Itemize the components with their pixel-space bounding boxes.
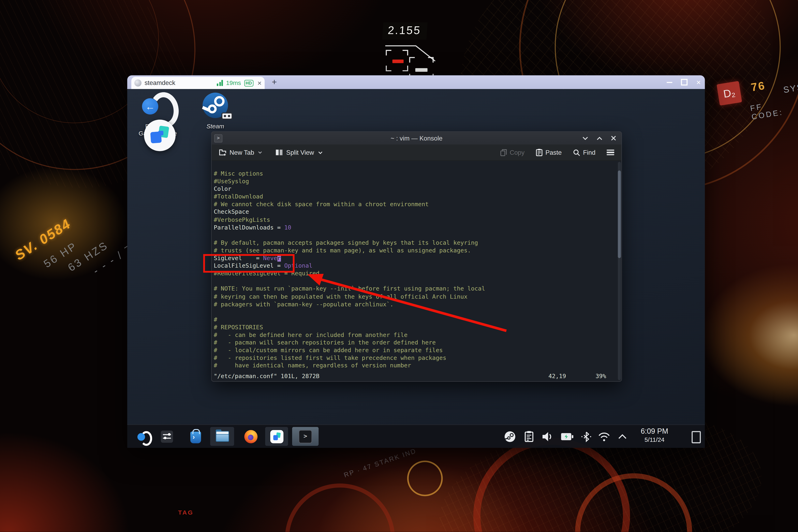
copy-button[interactable]: Copy [500,149,525,156]
todesk-icon [270,430,283,443]
tray-wifi[interactable] [597,425,611,448]
folder-icon [215,431,229,442]
terminal-line: # - repositories listed first will take … [214,355,615,362]
hud-stark-label: RP · 47 STARK IND [343,447,417,479]
terminal-line: Color [214,185,615,193]
battery-icon [560,432,573,441]
hud-left-stats: SV. 0584 56 HP 63 HZS - - - / 75 [12,191,141,308]
taskbar-app-launcher[interactable] [134,427,153,446]
clipboard-icon [524,431,534,442]
new-tab-button[interactable]: New Tab [219,149,262,156]
left-arrow-icon: ← [145,101,155,111]
taskbar-firefox[interactable] [241,427,261,446]
signal-strength-icon [217,80,223,86]
hud-red-bar [392,60,403,63]
find-label: Find [583,149,595,156]
maximize-icon[interactable] [596,136,603,140]
paste-button[interactable]: Paste [536,149,562,156]
terminal-line: #RemoteFileSigLevel = Required [214,270,615,278]
terminal-scrollbar[interactable] [618,162,621,380]
hud-bracket-box [386,50,408,71]
split-view-button[interactable]: Split View [276,149,323,156]
konsole-icon: > [299,430,312,443]
terminal-line: #VerbosePkgLists [214,216,615,224]
terminal-line: # - local/custom mirrors can be added he… [214,347,615,355]
paste-label: Paste [545,149,562,156]
terminal-line: # We cannot check disk space from within… [214,201,615,208]
konsole-toolbar: New Tab Split View [212,145,622,161]
hud-gauge-value: 2.155 [382,22,428,40]
terminal-line: # keyring can then be populated with the… [214,293,615,301]
terminal-line [214,308,615,316]
terminal-line [214,278,615,285]
remote-window-controls: × [667,75,701,89]
latency-value: 19ms [226,79,241,87]
vim-status-line: "/etc/pacman.conf" 101L, 2872B 42,19 39% [214,373,615,380]
taskbar-discover[interactable]: › [186,427,205,446]
terminal-area[interactable]: # Misc options#UseSyslogColor#TotalDownl… [212,161,622,381]
terminal-line [214,231,615,239]
wifi-icon [597,431,611,441]
firefox-icon [244,430,258,443]
terminal-line: CheckSpace [214,208,615,216]
terminal-line: # NOTE: You must run `pacman-key --init`… [214,285,615,293]
terminal-line: # REPOSITORIES [214,324,615,331]
menu-icon[interactable] [607,150,614,155]
maximize-icon[interactable] [681,79,688,86]
taskbar-konsole-active[interactable]: > [292,427,319,446]
bluetooth-icon [581,431,592,442]
desktop-icon-steam[interactable]: Steam [190,92,241,130]
tab-close-icon[interactable]: × [258,79,262,87]
terminal-line: # trusts (see pacman-key and its man pag… [214,247,615,254]
remote-session-tab[interactable]: steamdeck 19ms HD × [131,77,265,89]
chevron-up-icon [618,434,627,439]
terminal-lines: # Misc options#UseSyslogColor#TotalDownl… [214,170,615,369]
taskbar-todesk[interactable] [265,427,288,446]
scrollbar-thumb[interactable] [618,171,621,258]
tray-steam[interactable] [504,425,516,448]
todesk-floating-ball[interactable] [144,120,175,151]
konsole-titlebar[interactable]: > ~ : vim — Konsole [212,132,622,145]
terminal-line: #TotalDownload [214,193,615,201]
terminal-line: # [214,316,615,324]
icon-label: Steam [190,123,241,130]
todesk-logo-icon [144,120,175,151]
new-tab-button[interactable]: + [272,76,277,88]
terminal-line: # - pacman will search repositories in t… [214,339,615,347]
return-to-gaming-mode-icon: ← [144,92,172,121]
search-icon [573,149,580,156]
close-icon[interactable] [611,135,616,141]
tray-volume[interactable] [542,425,554,448]
konsole-window-controls [582,132,616,145]
minimize-icon[interactable] [582,136,588,140]
close-icon[interactable]: × [697,78,701,86]
tray-bluetooth[interactable] [581,425,592,448]
taskbar-clock[interactable]: 6:09 PM 5/11/24 [635,426,674,443]
app-launcher-icon [137,430,150,442]
terminal-line: # Misc options [214,170,615,177]
screenshot-stage: 2.155 SV. 0584 56 HP 63 HZS - - - / 75 D… [0,0,798,532]
clock-time: 6:09 PM [635,426,674,436]
taskbar-dolphin[interactable] [210,427,234,446]
minimize-icon[interactable] [667,82,672,83]
clock-date: 5/11/24 [635,436,674,443]
vim-scroll-percent: 39% [595,373,606,380]
taskbar-system-settings[interactable] [158,427,176,446]
system-settings-icon [161,430,173,442]
find-button[interactable]: Find [573,149,595,156]
session-tab-title: steamdeck [145,79,175,87]
wallpaper-ring [407,461,443,496]
tray-battery[interactable] [560,425,573,448]
tray-expand[interactable] [618,425,627,448]
konsole-window: > ~ : vim — Konsole [211,131,622,382]
chevron-down-icon [318,151,323,154]
new-tab-label: New Tab [229,149,254,156]
copy-label: Copy [510,149,525,156]
terminal-line: ParallelDownloads = 10 [214,224,615,231]
show-desktop-button[interactable] [691,431,701,443]
copy-icon [500,149,507,156]
speaker-icon [542,431,554,442]
terminal-line: # packagers with `pacman-key --populate … [214,301,615,308]
split-view-label: Split View [286,149,314,156]
tray-clipboard[interactable] [524,425,534,448]
